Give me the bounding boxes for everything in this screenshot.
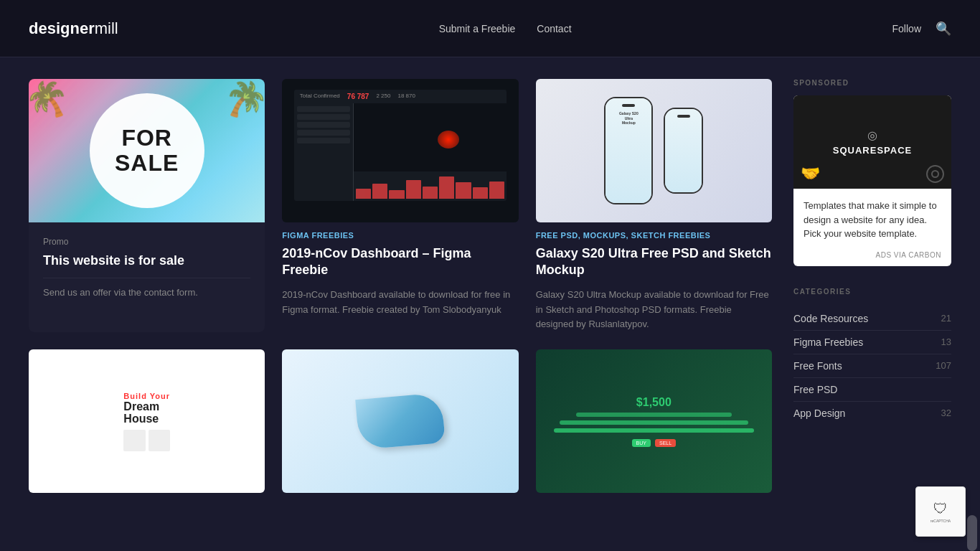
circle-icon [926, 165, 944, 183]
category-free-fonts[interactable]: Free Fonts 107 [793, 354, 951, 378]
squarespace-logo-area: ◎ SQUARESPACE [833, 128, 912, 156]
squarespace-symbol: ◎ [833, 128, 912, 142]
crypto-bar-2 [560, 420, 748, 425]
phone-screen-small [665, 109, 702, 192]
palm-right-icon: 🌴 [218, 79, 265, 127]
dash-chart [354, 171, 507, 201]
logo[interactable]: designermill [29, 19, 118, 38]
card-for-sale[interactable]: 🌴 🌴 FORSALE Promo This website is for sa… [29, 79, 265, 332]
shoe-image [282, 349, 518, 493]
sponsored-card[interactable]: ◎ SQUARESPACE 🤝 Templates that make it s… [793, 95, 951, 266]
figma-desc: 2019-nCov Dashboard available to downloa… [282, 288, 518, 318]
logo-text: designermill [29, 19, 118, 37]
house-content: Build Your DreamHouse [123, 392, 170, 451]
category-free-fonts-count: 107 [936, 360, 951, 371]
for-sale-image: 🌴 🌴 FORSALE [29, 79, 265, 222]
shoe-shape [355, 392, 446, 450]
house-img-1 [123, 430, 145, 451]
palm-left-icon: 🌴 [29, 79, 75, 127]
recaptcha-logo: 🛡 [930, 501, 951, 517]
dash-hotspot [438, 131, 459, 149]
for-sale-content: Promo This website is for sale Send us a… [29, 222, 265, 315]
category-free-fonts-link[interactable]: Free Fonts [793, 360, 842, 372]
category-code-resources-count: 21 [941, 313, 951, 324]
card-house[interactable]: Build Your DreamHouse [29, 349, 265, 501]
category-code-resources[interactable]: Code Resources 21 [793, 307, 951, 331]
search-icon[interactable]: 🔍 [936, 21, 951, 37]
house-subheadline: DreamHouse [123, 400, 170, 425]
house-grid [123, 430, 170, 451]
nav-contact[interactable]: Contact [537, 23, 571, 34]
squarespace-image: ◎ SQUARESPACE 🤝 [793, 95, 951, 189]
site-header: designermill Submit a Freebie Contact Fo… [0, 0, 980, 57]
dash-main [354, 103, 507, 201]
crypto-bar-1 [576, 413, 732, 417]
category-figma-freebies-link[interactable]: Figma Freebies [793, 336, 863, 348]
categories-list: Code Resources 21 Figma Freebies 13 Free… [793, 307, 951, 425]
categories-label: CATEGORIES [793, 288, 951, 296]
nav-right: Follow 🔍 [892, 21, 951, 37]
crypto-bar-3 [554, 428, 753, 433]
main-nav: Submit a Freebie Contact [439, 23, 572, 34]
follow-button[interactable]: Follow [892, 23, 921, 34]
crypto-buttons: BUY SELL [632, 439, 677, 447]
card-crypto[interactable]: $1,500 BUY SELL [536, 349, 772, 501]
dash-sidebar [294, 103, 354, 201]
category-code-resources-link[interactable]: Code Resources [793, 313, 868, 324]
dash-header: Total Confirmed 76 787 2 250 18 870 [294, 90, 507, 103]
card-shoe[interactable] [282, 349, 518, 501]
sidebar: SPONSORED ◎ SQUARESPACE 🤝 Templates that… [793, 79, 951, 501]
recaptcha-inner: 🛡 reCAPTCHA [930, 501, 951, 523]
house-headline: Build Your [123, 392, 170, 400]
category-app-design-link[interactable]: App Design [793, 408, 845, 419]
sponsored-label: SPONSORED [793, 79, 951, 87]
house-image: Build Your DreamHouse [29, 349, 265, 493]
squarespace-logo-text: SQUARESPACE [833, 145, 912, 156]
ads-via: ADS VIA CARBON [793, 251, 951, 266]
card-galaxy-s20[interactable]: Galaxy S20UltraMockup Free PSD, Mockups,… [536, 79, 772, 332]
recaptcha-badge[interactable]: 🛡 reCAPTCHA [915, 486, 966, 537]
category-figma-freebies-count: 13 [941, 336, 951, 347]
phone-device-small [664, 108, 703, 194]
for-sale-text: FORSALE [115, 126, 179, 176]
category-free-psd-link[interactable]: Free PSD [793, 384, 837, 395]
for-sale-desc: Send us an offer via the contact form. [43, 286, 250, 301]
inner-circle [931, 170, 939, 178]
category-free-psd[interactable]: Free PSD [793, 378, 951, 402]
figma-title: 2019-nCov Dashboard – Figma Freebie [282, 245, 518, 279]
card-divider [43, 278, 250, 278]
phone-mockup-image: Galaxy S20UltraMockup [536, 79, 772, 222]
dash-map [354, 103, 507, 171]
content-grid: 🌴 🌴 FORSALE Promo This website is for sa… [29, 79, 772, 501]
card-figma-dashboard[interactable]: Total Confirmed 76 787 2 250 18 870 [282, 79, 518, 332]
galaxy-title: Galaxy S20 Ultra Free PSD and Sketch Moc… [536, 245, 772, 279]
phone-label: Galaxy S20UltraMockup [608, 111, 649, 126]
category-app-design[interactable]: App Design 32 [793, 402, 951, 425]
dashboard-image: Total Confirmed 76 787 2 250 18 870 [282, 79, 518, 222]
galaxy-desc: Galaxy S20 Ultra Mockup available to dow… [536, 288, 772, 332]
promo-tag: Promo [43, 237, 250, 247]
nav-submit-freebie[interactable]: Submit a Freebie [439, 23, 516, 34]
dash-body [294, 103, 507, 201]
category-app-design-count: 32 [941, 408, 951, 418]
recaptcha-label: reCAPTCHA [930, 519, 951, 523]
category-figma-freebies[interactable]: Figma Freebies 13 [793, 331, 951, 354]
figma-tag[interactable]: Figma Freebies [282, 231, 518, 240]
galaxy-tag[interactable]: Free PSD, Mockups, Sketch Freebies [536, 231, 772, 240]
crypto-btn-2: SELL [655, 439, 676, 447]
house-img-2 [149, 430, 170, 451]
crypto-btn-1: BUY [632, 439, 651, 447]
squarespace-desc: Templates that make it simple to design … [793, 189, 951, 251]
crypto-image: $1,500 BUY SELL [536, 349, 772, 493]
for-sale-title: This website is for sale [43, 253, 250, 269]
main-container: 🌴 🌴 FORSALE Promo This website is for sa… [0, 57, 980, 523]
hand-icon: 🤝 [801, 164, 820, 183]
dashboard-inner: Total Confirmed 76 787 2 250 18 870 [294, 90, 507, 212]
scrollbar[interactable] [967, 515, 977, 551]
crypto-price: $1,500 [636, 396, 672, 409]
phone-device-large: Galaxy S20UltraMockup [604, 97, 653, 204]
